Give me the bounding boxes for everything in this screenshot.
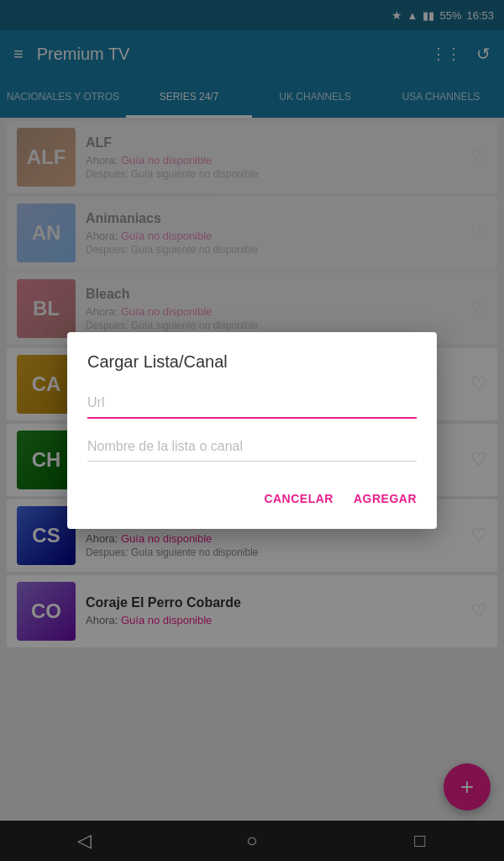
- dialog-overlay: Cargar Lista/Canal CANCELAR AGREGAR: [0, 0, 504, 861]
- cargar-lista-dialog: Cargar Lista/Canal CANCELAR AGREGAR: [67, 332, 437, 529]
- dialog-actions: CANCELAR AGREGAR: [87, 489, 417, 509]
- name-input[interactable]: [87, 436, 417, 462]
- cancel-button[interactable]: CANCELAR: [264, 489, 333, 509]
- add-button[interactable]: AGREGAR: [354, 489, 417, 509]
- url-input[interactable]: [87, 392, 417, 419]
- dialog-title: Cargar Lista/Canal: [87, 352, 417, 372]
